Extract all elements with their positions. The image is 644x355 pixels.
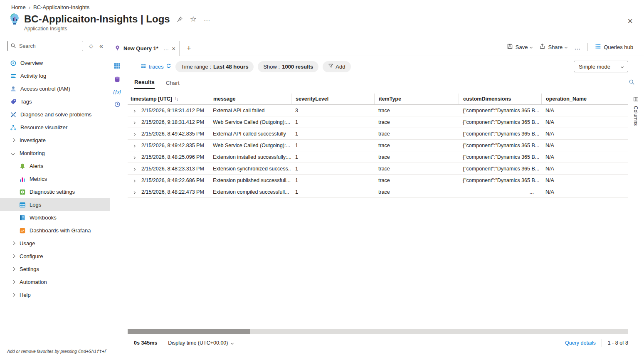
- horizontal-scrollbar[interactable]: [128, 329, 628, 334]
- sidebar-item-overview[interactable]: Overview: [0, 57, 110, 69]
- expand-row-icon[interactable]: [133, 109, 136, 112]
- sidebar-item-grafana[interactable]: Dashboards with Grafana: [0, 224, 110, 237]
- column-message[interactable]: message: [209, 94, 291, 104]
- breadcrumb-current: BC-Applicaiton-Insights: [33, 4, 89, 10]
- sidebar-item-label: Dashboards with Grafana: [30, 227, 91, 234]
- cell-timestamp: 2/15/2026, 9:18:31.412 PM: [140, 119, 209, 125]
- functions-pane-icon[interactable]: {ƒx}: [113, 89, 121, 94]
- sidebar-item-diagnose[interactable]: Diagnose and solve problems: [0, 108, 110, 121]
- sidebar-item-settings[interactable]: Settings: [0, 263, 110, 276]
- columns-panel-toggle[interactable]: Columns: [632, 96, 639, 126]
- gear-icon: [19, 189, 26, 195]
- cell-message: Extension compiled successfull...: [209, 189, 291, 195]
- cell-timestamp: 2/15/2026, 8:49:42.835 PM: [140, 143, 209, 148]
- queries-hub-button[interactable]: Queries hub: [595, 43, 633, 51]
- save-button[interactable]: Save: [507, 43, 533, 51]
- sidebar-item-tags[interactable]: Tags: [0, 95, 110, 108]
- sidebar-item-activity-log[interactable]: Activity log: [0, 69, 110, 82]
- pin-icon[interactable]: [177, 16, 183, 22]
- queries-hub-label: Queries hub: [604, 44, 633, 50]
- table-row[interactable]: 2/15/2026, 8:48:22.686 PM Extension publ…: [128, 175, 628, 186]
- expand-row-icon[interactable]: [133, 133, 136, 136]
- resource-type-subtitle: Application Insights: [24, 26, 644, 32]
- expand-row-icon[interactable]: [133, 144, 136, 147]
- time-range-pill[interactable]: Time range : Last 48 hours: [175, 61, 254, 72]
- favorite-star-icon[interactable]: ☆: [190, 15, 197, 23]
- queries-pane-icon[interactable]: [114, 76, 121, 83]
- mode-dropdown[interactable]: Simple mode: [574, 61, 628, 72]
- expand-row-icon[interactable]: [133, 191, 136, 194]
- table-row[interactable]: 2/15/2026, 8:48:25.096 PM Extension inst…: [128, 151, 628, 163]
- sidebar-item-diagnostic-settings[interactable]: Diagnostic settings: [0, 185, 110, 198]
- close-blade-icon[interactable]: ×: [627, 17, 633, 26]
- collapse-sidebar-icon[interactable]: «: [99, 42, 103, 50]
- refresh-icon[interactable]: [166, 63, 171, 70]
- sidebar-item-access-control[interactable]: Access control (IAM): [0, 82, 110, 95]
- query-tab-bar: New Query 1* … × + Save Share: [110, 38, 644, 56]
- sidebar-item-monitoring[interactable]: Monitoring: [0, 147, 110, 160]
- tab-close-icon[interactable]: ×: [172, 45, 175, 52]
- sidebar-item-alerts[interactable]: Alerts: [0, 160, 110, 173]
- sidebar-search: [7, 41, 83, 51]
- expand-row-icon[interactable]: [133, 179, 136, 182]
- share-button[interactable]: Share: [539, 43, 567, 51]
- expand-row-icon[interactable]: [133, 168, 136, 170]
- toolbar-more-icon[interactable]: …: [574, 44, 580, 51]
- column-label: itemType: [379, 96, 401, 102]
- search-results-icon[interactable]: [629, 79, 635, 86]
- column-customdimensions[interactable]: customDimensions: [459, 94, 541, 104]
- tables-pane-icon[interactable]: [114, 62, 121, 69]
- sidebar-item-logs[interactable]: Logs: [0, 198, 110, 211]
- sidebar-item-automation[interactable]: Automation: [0, 276, 110, 288]
- display-time-dropdown[interactable]: Display time (UTC+00:00): [168, 340, 233, 346]
- show-label: Show :: [263, 64, 280, 70]
- sidebar-item-investigate[interactable]: Investigate: [0, 134, 110, 147]
- tab-chart[interactable]: Chart: [166, 80, 180, 89]
- table-row[interactable]: 2/15/2026, 8:49:42.835 PM Web Service Ca…: [128, 140, 628, 151]
- chevron-right-icon: [10, 242, 16, 245]
- tab-more-icon[interactable]: …: [163, 45, 169, 52]
- cell-timestamp: 2/15/2026, 9:18:31.412 PM: [140, 108, 209, 113]
- table-selector[interactable]: traces: [141, 63, 171, 70]
- sidebar-item-metrics[interactable]: Metrics: [0, 173, 110, 185]
- add-filter-pill[interactable]: Add: [323, 61, 350, 72]
- sidebar-item-label: Configure: [20, 253, 43, 259]
- new-tab-icon[interactable]: +: [187, 44, 191, 52]
- sidebar-item-usage[interactable]: Usage: [0, 237, 110, 250]
- search-input[interactable]: [7, 41, 83, 51]
- cell-customdimensions: ...: [459, 189, 541, 195]
- expand-row-icon[interactable]: [133, 121, 136, 124]
- show-results-pill[interactable]: Show : 1000 results: [258, 61, 318, 72]
- toolbar-divider: [587, 43, 588, 51]
- scrollbar-thumb[interactable]: [128, 329, 250, 334]
- table-row[interactable]: 2/15/2026, 8:48:23.313 PM Extension sync…: [128, 163, 628, 175]
- sidebar-item-help[interactable]: Help: [0, 288, 110, 301]
- title-more-icon[interactable]: …: [204, 16, 210, 22]
- tab-results[interactable]: Results: [134, 79, 155, 89]
- query-tab-label: New Query 1*: [123, 45, 160, 52]
- status-divider: [602, 339, 602, 347]
- query-details-link[interactable]: Query details: [565, 340, 596, 346]
- cell-message: External API call failed: [209, 108, 291, 113]
- table-row[interactable]: 2/15/2026, 8:49:42.835 PM External API c…: [128, 128, 628, 140]
- table-name: traces: [149, 64, 163, 70]
- chevron-right-icon: [10, 293, 16, 296]
- sidebar-item-resource-visualizer[interactable]: Resource visualizer: [0, 121, 110, 134]
- query-tab[interactable]: New Query 1* … ×: [110, 41, 180, 56]
- sidebar-item-configure[interactable]: Configure: [0, 250, 110, 263]
- sidebar: ◇ « Overview Activity log Access control…: [0, 38, 110, 355]
- column-operation-name[interactable]: operation_Name: [541, 94, 628, 104]
- sidebar-item-label: Workbooks: [30, 214, 57, 221]
- column-itemtype[interactable]: itemType: [374, 94, 459, 104]
- cell-severity: 1: [291, 131, 374, 137]
- table-row[interactable]: 2/15/2026, 9:18:31.412 PM External API c…: [128, 105, 628, 116]
- table-row[interactable]: 2/15/2026, 8:48:22.473 PM Extension comp…: [128, 186, 628, 198]
- query-history-icon[interactable]: [114, 101, 121, 108]
- sidebar-item-workbooks[interactable]: Workbooks: [0, 211, 110, 224]
- search-options-icon[interactable]: ◇: [89, 43, 93, 49]
- breadcrumb-home-link[interactable]: Home: [11, 4, 26, 10]
- column-timestamp[interactable]: timestamp [UTC] ↑↓: [128, 94, 209, 104]
- table-row[interactable]: 2/15/2026, 9:18:31.412 PM Web Service Ca…: [128, 116, 628, 128]
- expand-row-icon[interactable]: [133, 156, 136, 159]
- column-severity[interactable]: severityLevel: [291, 94, 374, 104]
